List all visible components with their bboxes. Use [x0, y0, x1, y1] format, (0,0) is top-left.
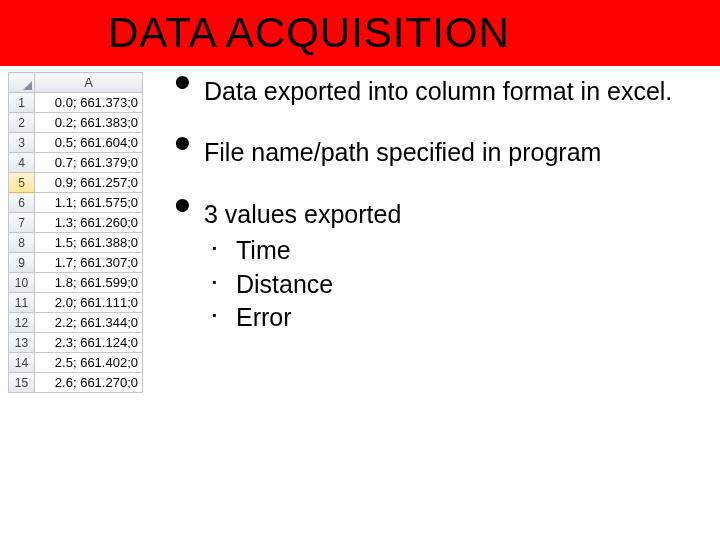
- table-row: 101.8; 661.599;0: [9, 273, 143, 293]
- select-all-corner: [9, 73, 35, 93]
- table-row: 81.5; 661.388;0: [9, 233, 143, 253]
- table-row: 91.7; 661.307;0: [9, 253, 143, 273]
- table-row: 122.2; 661.344;0: [9, 313, 143, 333]
- table-row: 50.9; 661.257;0: [9, 173, 143, 193]
- cell-value: 1.1; 661.575;0: [35, 193, 143, 213]
- table-row: 40.7; 661.379;0: [9, 153, 143, 173]
- table-row: 10.0; 661.373;0: [9, 93, 143, 113]
- cell-value: 1.3; 661.260;0: [35, 213, 143, 233]
- sub-bullet-list: Time Distance Error: [212, 234, 708, 335]
- cell-value: 2.3; 661.124;0: [35, 333, 143, 353]
- row-header: 10: [9, 273, 35, 293]
- row-header: 9: [9, 253, 35, 273]
- bullet-2: File name/path specified in program: [174, 137, 708, 168]
- row-header: 15: [9, 373, 35, 393]
- cell-value: 0.5; 661.604;0: [35, 133, 143, 153]
- cell-value: 0.7; 661.379;0: [35, 153, 143, 173]
- cell-value: 0.9; 661.257;0: [35, 173, 143, 193]
- bullet-1-text: Data exported into column format in exce…: [204, 77, 672, 105]
- cell-value: 2.2; 661.344;0: [35, 313, 143, 333]
- table-row: 30.5; 661.604;0: [9, 133, 143, 153]
- row-header: 5: [9, 173, 35, 193]
- row-header: 12: [9, 313, 35, 333]
- slide-title: DATA ACQUISITION: [108, 9, 510, 57]
- bullet-list: Data exported into column format in exce…: [174, 76, 708, 335]
- table-row: 132.3; 661.124;0: [9, 333, 143, 353]
- table-row: 142.5; 661.402;0: [9, 353, 143, 373]
- title-bar: DATA ACQUISITION: [0, 0, 720, 66]
- excel-table: A 10.0; 661.373;020.2; 661.383;030.5; 66…: [8, 72, 143, 393]
- table-row: 112.0; 661.111;0: [9, 293, 143, 313]
- cell-value: 0.2; 661.383;0: [35, 113, 143, 133]
- column-header-A: A: [35, 73, 143, 93]
- bullet-2-text: File name/path specified in program: [204, 138, 601, 166]
- row-header: 6: [9, 193, 35, 213]
- cell-value: 0.0; 661.373;0: [35, 93, 143, 113]
- row-header: 2: [9, 113, 35, 133]
- row-header: 1: [9, 93, 35, 113]
- spreadsheet-snippet: A 10.0; 661.373;020.2; 661.383;030.5; 66…: [0, 66, 168, 540]
- row-header: 11: [9, 293, 35, 313]
- slide: DATA ACQUISITION A 10.0; 661.373;020.2; …: [0, 0, 720, 540]
- row-header: 3: [9, 133, 35, 153]
- row-header: 8: [9, 233, 35, 253]
- row-header: 14: [9, 353, 35, 373]
- cell-value: 1.8; 661.599;0: [35, 273, 143, 293]
- content-area: A 10.0; 661.373;020.2; 661.383;030.5; 66…: [0, 66, 720, 540]
- sub-bullet-distance: Distance: [212, 268, 708, 302]
- table-row: 61.1; 661.575;0: [9, 193, 143, 213]
- sub-bullet-time: Time: [212, 234, 708, 268]
- row-header: 7: [9, 213, 35, 233]
- bullet-3-text: 3 values exported: [204, 200, 401, 228]
- sub-bullet-error: Error: [212, 301, 708, 335]
- row-header: 4: [9, 153, 35, 173]
- bullet-1: Data exported into column format in exce…: [174, 76, 708, 107]
- cell-value: 1.5; 661.388;0: [35, 233, 143, 253]
- cell-value: 1.7; 661.307;0: [35, 253, 143, 273]
- cell-value: 2.5; 661.402;0: [35, 353, 143, 373]
- table-row: 20.2; 661.383;0: [9, 113, 143, 133]
- cell-value: 2.0; 661.111;0: [35, 293, 143, 313]
- table-row: 152.6; 661.270;0: [9, 373, 143, 393]
- cell-value: 2.6; 661.270;0: [35, 373, 143, 393]
- bullet-3: 3 values exported Time Distance Error: [174, 199, 708, 336]
- row-header: 13: [9, 333, 35, 353]
- table-row: 71.3; 661.260;0: [9, 213, 143, 233]
- bullet-text: Data exported into column format in exce…: [168, 66, 720, 540]
